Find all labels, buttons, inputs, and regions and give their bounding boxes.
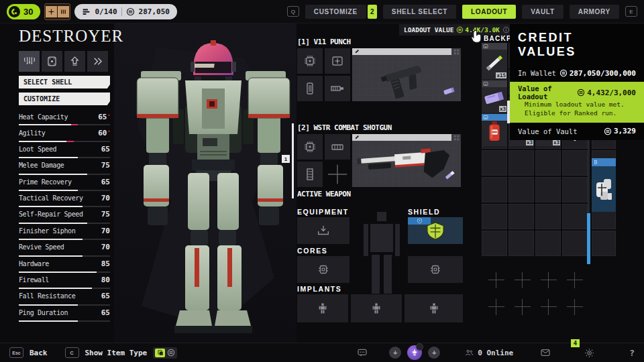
backpack-slot-empty[interactable] [508, 231, 534, 256]
stat-bar [19, 223, 110, 224]
stat-label: Ping Duration [19, 309, 68, 316]
empty-plus-icon[interactable] [325, 162, 350, 187]
help-icon[interactable]: ? [629, 348, 635, 358]
pillar-token-icon [58, 6, 69, 17]
credit-coin-icon [167, 349, 175, 357]
tune-icon[interactable] [19, 51, 40, 72]
core-slot-1[interactable] [297, 256, 350, 283]
add-friend-left-button[interactable]: + [389, 347, 401, 359]
stat-bar [19, 174, 110, 175]
grid-icon [453, 49, 460, 55]
backpack-expansion-slot[interactable] [541, 272, 557, 288]
vertical-mag-icon[interactable] [297, 162, 323, 187]
mail-badge: 4 [571, 339, 580, 347]
credit-coin-icon [126, 7, 135, 16]
chip-icon[interactable] [297, 134, 323, 160]
stat-row-fall-resistance[interactable]: Fall Resistance65 [19, 292, 110, 308]
suppressor-icon[interactable] [325, 76, 350, 101]
equipment-slot[interactable] [297, 217, 350, 244]
chip-icon[interactable] [297, 48, 323, 74]
backpack-slot-empty[interactable] [482, 204, 507, 229]
loadout-value-label: LOADOUT VALUE [404, 26, 453, 34]
stat-row-prime-recovery[interactable]: Prime Recovery65 [19, 178, 110, 194]
backpack-slot-empty[interactable] [562, 177, 588, 202]
backpack-expansion-slot[interactable] [515, 272, 531, 288]
tab-vault[interactable]: VAULT [522, 5, 563, 19]
backpack-slot-empty[interactable] [562, 231, 588, 256]
frame-icon[interactable] [42, 51, 62, 72]
backpack-slot-empty[interactable] [562, 150, 588, 176]
backpack-slot-empty[interactable] [535, 204, 561, 229]
backpack-item-medkit[interactable] [482, 114, 507, 146]
show-item-type-label: Show Item Type [85, 349, 148, 357]
stat-row-hardware[interactable]: Hardware85 [19, 259, 110, 276]
backpack-slot-empty[interactable] [592, 231, 616, 256]
tab-customize[interactable]: CUSTOMIZE [305, 5, 366, 19]
backpack-slot-empty[interactable] [482, 231, 507, 256]
stat-row-finisher-siphon[interactable]: Finisher Siphon70 [19, 227, 110, 243]
advance-icon[interactable] [87, 51, 108, 72]
stat-row-agility[interactable]: Agility60 [19, 128, 110, 144]
loadout-value-highlight: Value of Loadout 4,432/3,000 Minimum loa… [510, 82, 644, 123]
stat-row-melee-damage[interactable]: Melee Damage75 [19, 161, 110, 177]
tab-armory[interactable]: ARMORY [570, 5, 619, 19]
implant-slot-1[interactable] [297, 294, 348, 322]
backpack-slot-empty[interactable] [482, 177, 507, 202]
back-button[interactable]: Back [30, 349, 48, 357]
item-type-toggle[interactable] [153, 347, 177, 359]
in-wallet-value: 287,050/300,000 [570, 69, 636, 78]
customize-button[interactable]: CUSTOMIZE [19, 93, 110, 105]
sight-icon[interactable] [325, 48, 350, 74]
stat-row-firewall[interactable]: Firewall80 [19, 276, 110, 292]
select-shell-button[interactable]: SELECT SHELL [19, 76, 110, 88]
backpack-slot-empty[interactable] [508, 150, 534, 176]
core-slot-2[interactable] [408, 256, 463, 283]
backpack-expansion-slot[interactable] [488, 299, 504, 315]
mail-icon[interactable] [540, 347, 551, 358]
stat-bar [19, 304, 110, 306]
gear-icon[interactable] [584, 348, 594, 358]
stat-label: Revive Speed [19, 243, 64, 251]
implant-slot-3[interactable] [405, 294, 463, 322]
shield-slot[interactable] [408, 217, 463, 244]
info-icon[interactable] [502, 26, 510, 34]
mag-icon[interactable] [325, 134, 350, 160]
scrollbar-thumb[interactable] [587, 213, 590, 264]
item-header-equipped [482, 114, 507, 121]
stat-row-tactical-recovery[interactable]: Tactical Recovery70 [19, 194, 110, 210]
add-friend-right-button[interactable]: + [428, 347, 440, 359]
stat-row-heat-capacity[interactable]: Heat Capacity65 [19, 112, 110, 128]
character-model[interactable] [133, 39, 294, 341]
backpack-slot-empty[interactable] [535, 231, 561, 256]
backpack-expansion-slot[interactable] [541, 299, 557, 315]
upgrade-icon[interactable] [64, 51, 85, 72]
backpack-slot-empty[interactable] [535, 177, 561, 202]
implant-slot-2[interactable] [351, 294, 402, 322]
weapon2-preview[interactable] [352, 134, 461, 187]
backpack-slot-empty[interactable] [508, 177, 534, 202]
credit-panel-accent [507, 101, 510, 123]
stat-row-revive-speed[interactable]: Revive Speed70 [19, 243, 110, 259]
backpack-slot-empty[interactable] [508, 204, 534, 229]
backpack-expansion-slot[interactable] [515, 299, 531, 315]
backpack-expansion-slot[interactable] [567, 272, 583, 288]
stat-row-loot-speed[interactable]: Loot Speed65 [19, 145, 110, 161]
chat-icon[interactable] [357, 347, 368, 358]
backpack-expansion-slot[interactable] [488, 272, 504, 288]
tab-loadout[interactable]: LOADOUT [462, 5, 516, 19]
backpack-item-backpack-module[interactable] [592, 158, 616, 212]
backpack-slot-empty[interactable] [482, 150, 507, 176]
tab-shell-select[interactable]: SHELL SELECT [383, 5, 456, 19]
stat-row-self-repair-speed[interactable]: Self-Repair Speed75 [19, 210, 110, 226]
shell-name: DESTROYER [19, 27, 110, 46]
backpack-item-ammo-box[interactable]: x3 [482, 80, 507, 113]
player-avatar[interactable] [407, 345, 422, 360]
backpack-slot-empty[interactable] [562, 204, 588, 229]
grip-icon[interactable] [297, 76, 323, 101]
backpack-expansion-slot[interactable] [567, 299, 583, 315]
weapon1-preview[interactable] [352, 48, 461, 101]
backpack-item-energy-ammo[interactable]: x15 [482, 43, 507, 79]
backpack-slot-empty[interactable] [535, 150, 561, 176]
stat-label: Tactical Recovery [19, 194, 83, 202]
stat-row-ping-duration[interactable]: Ping Duration65 [19, 308, 110, 324]
